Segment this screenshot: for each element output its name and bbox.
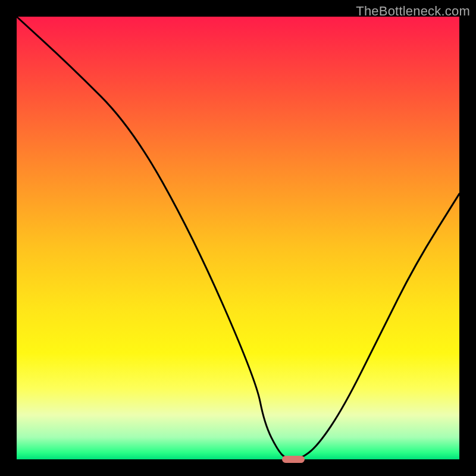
curve-layer	[17, 17, 459, 459]
bottleneck-curve	[17, 17, 459, 459]
chart-frame: TheBottleneck.com	[0, 0, 476, 476]
optimal-marker	[282, 456, 304, 463]
plot-area	[17, 17, 459, 459]
